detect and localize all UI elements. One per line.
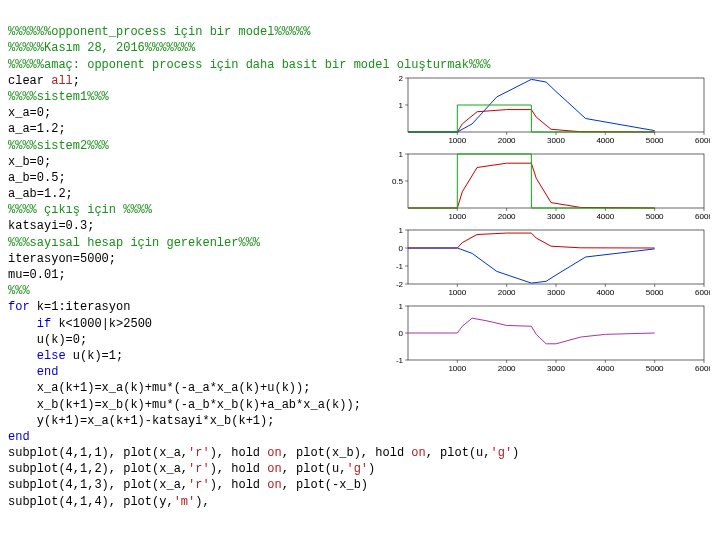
code-line: end xyxy=(8,430,30,444)
code-line: y(k+1)=x_a(k+1)-katsayi*x_b(k+1); xyxy=(8,414,274,428)
code-line: a_a=1.2; xyxy=(8,122,66,136)
comment-line: %%%%sistem1%%% xyxy=(8,90,109,104)
code-line: katsayi=0.3; xyxy=(8,219,94,233)
comment-line: %%%%%Kasım 28, 2016%%%%%%% xyxy=(8,41,195,55)
code-line: subplot(4,1,2), plot(x_a,'r'), hold on, … xyxy=(8,462,375,476)
comment-line: %%% xyxy=(8,284,30,298)
code-line: a_ab=1.2; xyxy=(8,187,73,201)
code-line: a_b=0.5; xyxy=(8,171,66,185)
code-line: x_b(k+1)=x_b(k)+mu*(-a_b*x_b(k)+a_ab*x_a… xyxy=(8,398,361,412)
code-line: else u(k)=1; xyxy=(8,349,123,363)
code-line: mu=0.01; xyxy=(8,268,66,282)
comment-line: %%%sayısal hesap için gerekenler%%% xyxy=(8,236,260,250)
code-line: x_a(k+1)=x_a(k)+mu*(-a_a*x_a(k)+u(k)); xyxy=(8,381,310,395)
code-line: subplot(4,1,4), plot(y,'m'), xyxy=(8,495,210,509)
code-line: subplot(4,1,1), plot(x_a,'r'), hold on, … xyxy=(8,446,519,460)
matlab-code: %%%%%%opponent_process için bir model%%%… xyxy=(8,8,712,510)
comment-line: %%%% çıkış için %%%% xyxy=(8,203,152,217)
code-line: for k=1:iterasyon xyxy=(8,300,130,314)
comment-line: %%%%%amaç: opponent process için daha ba… xyxy=(8,58,490,72)
comment-line: %%%%%%opponent_process için bir model%%%… xyxy=(8,25,310,39)
code-line: x_b=0; xyxy=(8,155,51,169)
code-line: iterasyon=5000; xyxy=(8,252,116,266)
code-line: subplot(4,1,3), plot(x_a,'r'), hold on, … xyxy=(8,478,368,492)
code-line: clear all; xyxy=(8,74,80,88)
comment-line: %%%%sistem2%%% xyxy=(8,139,109,153)
code-line: end xyxy=(8,365,58,379)
code-line: u(k)=0; xyxy=(8,333,87,347)
code-line: x_a=0; xyxy=(8,106,51,120)
code-line: if k<1000|k>2500 xyxy=(8,317,152,331)
